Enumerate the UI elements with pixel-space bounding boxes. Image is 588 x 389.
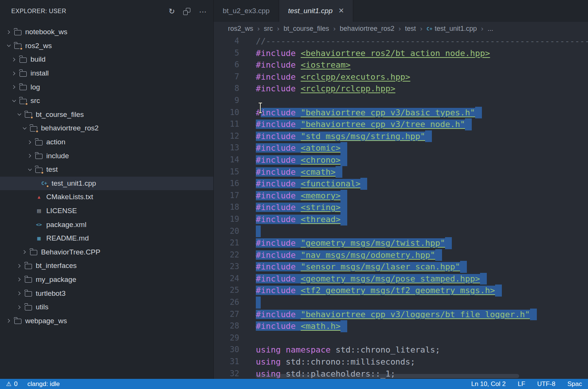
tree-folder-my_package[interactable]: my_package — [0, 273, 213, 287]
tree-folder-webpage_ws[interactable]: webpage_ws — [0, 314, 213, 328]
selection-highlight — [340, 320, 347, 332]
code-line-20[interactable]: 20 — [214, 226, 588, 238]
tree-file-package.xml[interactable]: <>package.xml — [0, 218, 213, 232]
code-line-27[interactable]: 27#include "behaviortree_cpp_v3/loggers/… — [214, 309, 588, 321]
line-number: 21 — [214, 237, 239, 249]
breadcrumb-item-ros2_ws[interactable]: ros2_ws — [228, 25, 253, 33]
code-line-11[interactable]: 11#include "behaviortree_cpp_v3/tree_nod… — [214, 118, 588, 130]
code-line-5[interactable]: 5#include <behaviortree_ros2/bt_action_n… — [214, 47, 588, 59]
chevron-down-icon — [10, 100, 18, 101]
code-line-24[interactable]: 24#include <geometry_msgs/msg/pose_stamp… — [214, 273, 588, 285]
code-line-13[interactable]: 13#include <atomic> — [214, 142, 588, 154]
problems-indicator[interactable]: ⚠ 0 — [6, 380, 18, 388]
code-line-28[interactable]: 28#include <math.h> — [214, 320, 588, 332]
tree-folder-src[interactable]: src — [0, 94, 213, 108]
breadcrumb-separator-icon: › — [333, 24, 336, 33]
code-line-17[interactable]: 17#include <memory> — [214, 190, 588, 202]
tree-file-CMakeLists.txt[interactable]: ▲CMakeLists.txt — [0, 190, 213, 204]
breadcrumb-item-src[interactable]: src — [264, 25, 273, 33]
code-line-22[interactable]: 22#include "nav_msgs/msg/odometry.hpp" — [214, 249, 588, 261]
tree-item-label: bt_interfaces — [36, 262, 77, 270]
encoding-indicator[interactable]: UTF-8 — [537, 380, 555, 388]
tree-folder-build[interactable]: build — [0, 53, 213, 67]
code-editor[interactable]: 4//-------------------------------------… — [214, 35, 588, 379]
tree-folder-bt_course_files[interactable]: bt_course_files — [0, 108, 213, 122]
more-actions-icon[interactable]: ··· — [199, 8, 207, 15]
breadcrumb-item-...[interactable]: ... — [488, 25, 493, 33]
code-line-9[interactable]: 9 — [214, 95, 588, 107]
chevron-right-icon — [26, 141, 34, 144]
indentation-indicator[interactable]: Spac — [567, 380, 582, 388]
explorer-sidebar: EXPLORER: USER ↻ ··· notebook_wsros2_wsb… — [0, 0, 214, 379]
tree-folder-utils[interactable]: utils — [0, 300, 213, 314]
breadcrumb-label: test — [405, 25, 416, 33]
clangd-status[interactable]: clangd: idle — [27, 380, 60, 388]
code-line-30[interactable]: 30using namespace std::chrono_literals; — [214, 344, 588, 356]
tree-folder-log[interactable]: log — [0, 80, 213, 94]
tree-folder-bt_interfaces[interactable]: bt_interfaces — [0, 259, 213, 273]
tree-file-LICENSE[interactable]: ▤LICENSE — [0, 204, 213, 218]
tree-item-label: include — [46, 152, 69, 160]
cursor-position[interactable]: Ln 10, Col 2 — [471, 380, 506, 388]
tree-folder-install[interactable]: install — [0, 67, 213, 80]
breadcrumb-item-bt_course_files[interactable]: bt_course_files — [284, 25, 329, 33]
line-number: 20 — [214, 226, 239, 238]
tree-item-label: LICENSE — [46, 207, 77, 215]
modified-dot — [41, 171, 44, 174]
breadcrumb-item-test[interactable]: test — [405, 25, 416, 33]
selection-highlight — [340, 154, 347, 166]
tree-folder-test[interactable]: test — [0, 163, 213, 177]
code-line-8[interactable]: 8#include <rclcpp/rclcpp.hpp> — [214, 83, 588, 95]
code-line-16[interactable]: 16#include <functional> — [214, 178, 588, 190]
code-line-14[interactable]: 14#include <chrono> — [214, 154, 588, 166]
code-line-21[interactable]: 21#include "geometry_msgs/msg/twist.hpp" — [214, 237, 588, 249]
breadcrumb-separator-icon: › — [277, 24, 279, 33]
tree-folder-behaviortree_ros2[interactable]: behaviortree_ros2 — [0, 121, 213, 135]
tree-folder-turtlebot3[interactable]: turtlebot3 — [0, 286, 213, 300]
modified-dot — [46, 185, 49, 188]
code-line-25[interactable]: 25#include <tf2_geometry_msgs/tf2_geomet… — [214, 285, 588, 297]
tree-folder-ros2_ws[interactable]: ros2_ws — [0, 39, 213, 53]
code-line-6[interactable]: 6#include <iostream> — [214, 59, 588, 71]
eol-indicator[interactable]: LF — [518, 380, 525, 388]
code-line-29[interactable]: 29 — [214, 332, 588, 344]
code-line-4[interactable]: 4//-------------------------------------… — [214, 35, 588, 47]
tree-folder-include[interactable]: include — [0, 149, 213, 163]
tab-test_unit1.cpp[interactable]: test_unit1.cpp× — [279, 0, 353, 22]
tree-file-README.md[interactable]: ▦README.md — [0, 232, 213, 245]
tab-bar: bt_u2_ex3.cpptest_unit1.cpp× — [214, 0, 588, 22]
tree-folder-notebook_ws[interactable]: notebook_ws — [0, 25, 213, 39]
tree-folder-BehaviorTree.CPP[interactable]: BehaviorTree.CPP — [0, 245, 213, 259]
line-content: #include "behaviortree_cpp_v3/tree_node.… — [239, 118, 472, 130]
selection-highlight — [460, 261, 467, 273]
line-number: 7 — [214, 71, 239, 83]
line-number: 28 — [214, 320, 239, 332]
code-line-26[interactable]: 26 — [214, 297, 588, 309]
explorer-header: EXPLORER: USER ↻ ··· — [0, 0, 213, 23]
breadcrumb-item-test_unit1.cpp[interactable]: C+test_unit1.cpp — [427, 25, 477, 33]
code-line-12[interactable]: 12#include "std_msgs/msg/string.hpp" — [214, 130, 588, 142]
code-line-10[interactable]: 10#include "behaviortree_cpp_v3/basic_ty… — [214, 107, 588, 119]
line-number: 22 — [214, 249, 239, 261]
line-content: #include <tf2_geometry_msgs/tf2_geometry… — [239, 285, 502, 297]
chevron-down-icon — [26, 169, 34, 170]
code-line-23[interactable]: 23#include "sensor_msgs/msg/laser_scan.h… — [214, 261, 588, 273]
code-line-7[interactable]: 7#include <rclcpp/executors.hpp> — [214, 71, 588, 83]
code-line-18[interactable]: 18#include <string> — [214, 201, 588, 213]
close-icon[interactable]: × — [339, 6, 344, 15]
tree-file-test_unit1.cpp[interactable]: C+test_unit1.cpp — [0, 177, 213, 191]
code-line-31[interactable]: 31using std::chrono::milliseconds; — [214, 356, 588, 368]
vscode-window: EXPLORER: USER ↻ ··· notebook_wsros2_wsb… — [0, 0, 588, 389]
refresh-icon[interactable]: ↻ — [169, 8, 175, 15]
breadcrumb-item-behaviortree_ros2[interactable]: behaviortree_ros2 — [340, 25, 394, 33]
tab-bt_u2_ex3.cpp[interactable]: bt_u2_ex3.cpp — [214, 0, 279, 22]
horizontal-scrollbar[interactable] — [256, 374, 519, 378]
explorer-title: EXPLORER: USER — [11, 8, 169, 15]
line-number: 15 — [214, 166, 239, 178]
tab-label: test_unit1.cpp — [288, 7, 333, 15]
tree-folder-action[interactable]: action — [0, 135, 213, 149]
code-line-19[interactable]: 19#include <thread> — [214, 213, 588, 226]
selection-highlight — [435, 249, 442, 261]
collapse-folders-icon[interactable] — [183, 8, 191, 15]
code-line-15[interactable]: 15#include <cmath> — [214, 166, 588, 178]
